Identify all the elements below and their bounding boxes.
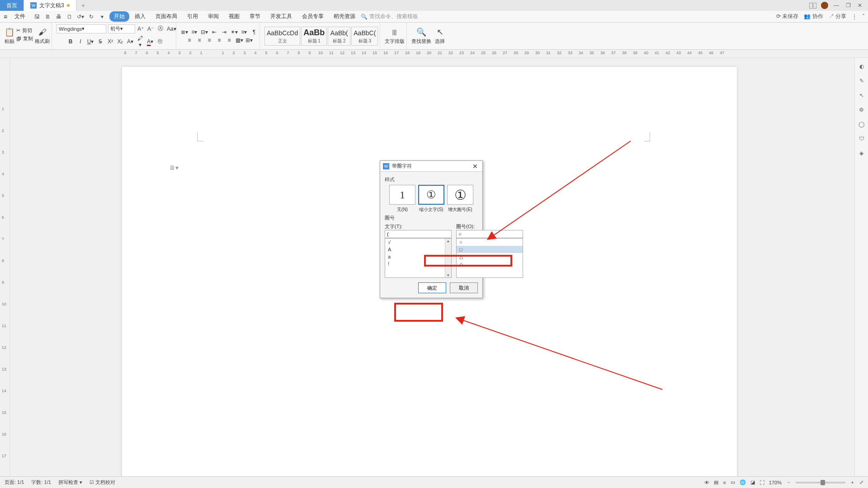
copy-button[interactable]: 🗐 复制 [16, 35, 33, 42]
maximize-icon[interactable]: ❐ [844, 2, 852, 9]
qat-redo-icon[interactable]: ↻ [88, 14, 95, 20]
font-size-select[interactable]: 初号 ▾ [108, 24, 135, 33]
dialog-titlebar[interactable]: W 带圈字符 ✕ [380, 161, 482, 172]
underline-icon[interactable]: U▾ [87, 38, 94, 45]
format-painter-button[interactable]: 🖌格式刷 [35, 27, 50, 45]
more-icon[interactable]: ⋮ [852, 14, 857, 20]
side-tool-2-icon[interactable]: ✎ [859, 78, 864, 84]
side-tool-5-icon[interactable]: ◯ [859, 121, 864, 127]
font-family-select[interactable]: Wingdings ▾ [57, 24, 106, 33]
clear-format-icon[interactable]: Ⓐ [157, 25, 164, 33]
view-print-icon[interactable]: ▤ [714, 479, 718, 485]
enclosure-list-item[interactable]: △ [457, 253, 523, 261]
enclose-char-icon[interactable]: ㊞ [156, 38, 164, 45]
align-justify-icon[interactable]: ≡ [216, 37, 223, 43]
cancel-button[interactable]: 取消 [450, 282, 478, 293]
side-tool-7-icon[interactable]: ◈ [859, 150, 863, 156]
qat-preview-icon[interactable]: 🗋 [66, 14, 73, 20]
menu-file[interactable]: 文件 [10, 11, 30, 22]
style-option-1[interactable]: ①缩小文字(S) [418, 185, 444, 213]
text-list-scrollbar[interactable]: ▴▾ [445, 239, 451, 277]
eye-icon[interactable]: 👁 [704, 480, 709, 485]
menu-start[interactable]: 开始 [109, 11, 129, 22]
collapse-ribbon-icon[interactable]: ˆ [863, 14, 864, 20]
shrink-font-icon[interactable]: A⁻ [147, 26, 154, 32]
enclosure-list-item[interactable]: ◇ [457, 261, 523, 268]
minimize-icon[interactable]: — [833, 2, 840, 9]
style-card-2[interactable]: AaBb(标题 2 [328, 27, 350, 46]
enclosure-list-item[interactable]: ○ [457, 239, 523, 246]
cut-button[interactable]: ✂ 剪切 [16, 27, 33, 34]
highlight-icon[interactable]: 🖍▾ [137, 35, 144, 48]
view-focus-icon[interactable]: ◪ [750, 479, 755, 485]
strike-icon[interactable]: S̶ [97, 38, 104, 45]
qat-save-icon[interactable]: 🖫 [33, 14, 41, 20]
side-tool-4-icon[interactable]: ⚙ [859, 107, 864, 113]
menu-resource[interactable]: 稻壳资源 [329, 11, 360, 22]
style-card-1[interactable]: AaBb标题 1 [301, 27, 327, 46]
tab-document[interactable]: W 文字文稿3 [24, 0, 76, 11]
view-read-icon[interactable]: ▭ [731, 479, 735, 485]
view-web-icon[interactable]: 🌐 [740, 479, 746, 485]
ok-button[interactable]: 确定 [418, 282, 446, 293]
close-icon[interactable]: ✕ [856, 2, 863, 9]
window-badge[interactable]: 1 [809, 3, 816, 9]
zoom-out-icon[interactable]: － [786, 479, 791, 486]
para-mark-icon[interactable]: ¶ [250, 29, 258, 35]
indent-inc-icon[interactable]: ⇥ [221, 29, 228, 35]
line-spacing-icon[interactable]: ≡▾ [241, 29, 248, 35]
menu-review[interactable]: 审阅 [203, 11, 223, 22]
text-list-item[interactable]: √ [385, 239, 451, 246]
qat-undo-icon[interactable]: ↺▾ [77, 14, 84, 20]
side-tool-3-icon[interactable]: ↖ [859, 92, 864, 99]
style-option-0[interactable]: 1无(N) [389, 185, 415, 213]
style-option-2[interactable]: ①增大圈号(E) [447, 185, 473, 213]
select-button[interactable]: ↖选择 [435, 27, 445, 45]
sort-icon[interactable]: ✶▾ [231, 29, 238, 35]
qat-print-icon[interactable]: 🖶 [55, 14, 62, 20]
superscript-icon[interactable]: X² [107, 38, 114, 45]
align-left-icon[interactable]: ≡ [186, 37, 193, 43]
share-label[interactable]: ↗ 分享 [829, 13, 846, 20]
zoom-in-icon[interactable]: ＋ [850, 479, 855, 486]
align-right-icon[interactable]: ≡ [206, 37, 213, 43]
view-outline-icon[interactable]: ≡ [723, 480, 726, 485]
enclosure-input[interactable] [456, 230, 523, 238]
multilevel-icon[interactable]: ⊟▾ [201, 29, 208, 35]
menu-chapter[interactable]: 章节 [245, 11, 265, 22]
qat-dropdown-icon[interactable]: ▾ [99, 14, 106, 20]
dialog-close-icon[interactable]: ✕ [471, 163, 480, 170]
side-tool-1-icon[interactable]: ◐ [859, 63, 864, 70]
hamburger-icon[interactable]: ≡ [4, 13, 7, 20]
avatar[interactable] [821, 2, 828, 9]
change-case-icon[interactable]: Aa▾ [167, 26, 174, 32]
zoom-slider[interactable] [796, 482, 845, 483]
command-search[interactable]: 🔍 查找命令、搜索模板 [361, 13, 418, 20]
indent-dec-icon[interactable]: ⇤ [211, 29, 218, 35]
borders-icon[interactable]: ⊞▾ [245, 37, 253, 43]
subscript-icon[interactable]: X₂ [117, 38, 124, 45]
horizontal-ruler[interactable]: 8765432112345678910111213141516171819202… [0, 50, 868, 58]
align-distribute-icon[interactable]: ≡ [226, 37, 233, 43]
menu-view[interactable]: 视图 [224, 11, 244, 22]
grow-font-icon[interactable]: A⁺ [137, 26, 144, 32]
status-proofread[interactable]: ☑ 文档校对 [90, 479, 115, 486]
new-tab-button[interactable]: ＋ [76, 0, 90, 11]
text-list-item[interactable]: a [385, 253, 451, 260]
status-spellcheck[interactable]: 拼写检查 ▾ [58, 479, 82, 486]
shading-icon[interactable]: ▦▾ [236, 37, 243, 43]
menu-layout[interactable]: 页面布局 [151, 11, 182, 22]
menu-ref[interactable]: 引用 [183, 11, 203, 22]
menu-member[interactable]: 会员专享 [297, 11, 328, 22]
enclosure-list[interactable]: ○□△◇ [456, 238, 523, 278]
italic-icon[interactable]: I [77, 38, 84, 45]
text-list-item[interactable]: A [385, 246, 451, 253]
menu-insert[interactable]: 插入 [130, 11, 150, 22]
coop-label[interactable]: 👥 协作 [804, 13, 823, 20]
find-replace-button[interactable]: 🔍查找替换 [411, 27, 431, 45]
paste-button[interactable]: 📋粘贴 [5, 27, 14, 45]
bullets-icon[interactable]: ≣▾ [181, 29, 188, 35]
menu-dev[interactable]: 开发工具 [266, 11, 297, 22]
align-center-icon[interactable]: ≡ [196, 37, 203, 43]
text-effect-icon[interactable]: A▾ [127, 38, 134, 45]
